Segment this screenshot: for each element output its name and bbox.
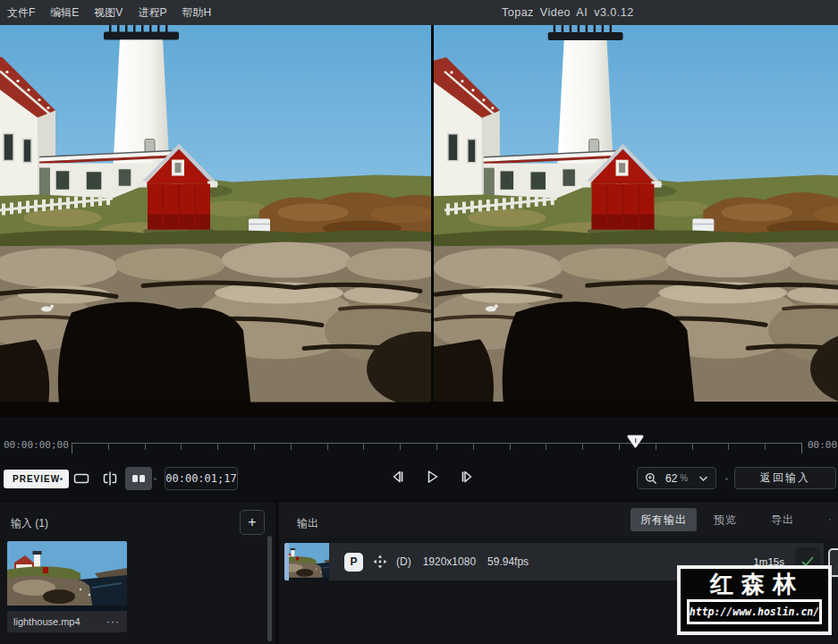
- input-panel-title: 输入 (1): [11, 516, 48, 531]
- timeline-end-timecode: 00:00:02: [808, 439, 838, 451]
- input-scrollbar[interactable]: [267, 536, 272, 641]
- menu-process[interactable]: 进程P: [138, 5, 166, 21]
- watermark-url-box: http://www.hoslin.cn/: [687, 599, 822, 624]
- output-header: 输出 所有输出 预览 导出: [279, 502, 838, 538]
- input-panel: 输入 (1) + lighthouse.mp4 ···: [0, 502, 275, 644]
- step-back-button[interactable]: [390, 469, 406, 485]
- output-thumbnail: [284, 543, 329, 580]
- preview-pane-original[interactable]: [0, 25, 431, 418]
- output-framerate: 59.94fps: [487, 555, 529, 568]
- step-forward-icon: [459, 469, 475, 485]
- clip-more-button[interactable]: ···: [106, 615, 120, 628]
- output-resolution: 1920x1080: [423, 555, 476, 568]
- timeline: 00:00:00;00 00:00:02: [0, 435, 838, 458]
- timeline-start-timecode: 00:00:00;00: [4, 439, 69, 451]
- menu-help[interactable]: 帮助H: [182, 5, 211, 21]
- view-single-icon: [73, 472, 89, 485]
- output-thumbnail-image: [289, 543, 329, 580]
- separator-dot: [154, 478, 157, 480]
- menu-view[interactable]: 视图V: [94, 5, 123, 21]
- magnifier-icon: [645, 472, 657, 485]
- tab-export[interactable]: 导出: [754, 508, 811, 531]
- watermark-overlay: 红森林 http://www.hoslin.cn/: [677, 565, 832, 635]
- play-icon: [426, 469, 439, 485]
- menu-bar: 文件F 编辑E 视图V 进程P 帮助H Topaz Video AI v3.0.…: [0, 0, 838, 25]
- zoom-level-value: 62: [665, 472, 677, 485]
- watermark-url: http://www.hoslin.cn/: [690, 606, 819, 618]
- return-to-input-button[interactable]: 返回输入: [734, 467, 836, 489]
- window-title: Topaz Video AI v3.0.12: [502, 6, 634, 19]
- zoom-control[interactable]: 62 %: [637, 467, 716, 489]
- watermark-title: 红森林: [681, 569, 828, 599]
- separator-dot: [725, 478, 728, 480]
- lighthouse-frame-original: [0, 25, 431, 418]
- clip-filename: lighthouse.mp4: [13, 616, 106, 627]
- view-side-by-side-icon: [131, 472, 147, 485]
- timeline-ruler[interactable]: [72, 443, 802, 453]
- view-side-by-side-button[interactable]: [125, 467, 152, 490]
- lighthouse-frame-enhanced: [434, 25, 838, 418]
- step-forward-button[interactable]: [459, 469, 475, 485]
- enhance-icon: [373, 555, 387, 569]
- topaz-video-ai-window: 文件F 编辑E 视图V 进程P 帮助H Topaz Video AI v3.0.…: [0, 0, 838, 644]
- tab-preview[interactable]: 预览: [697, 508, 754, 531]
- playhead-marker[interactable]: [627, 435, 644, 449]
- view-split-button[interactable]: [97, 467, 123, 490]
- step-back-icon: [390, 469, 406, 485]
- transport-bar: PREVIEW 00:0: [0, 463, 838, 496]
- current-timecode-field[interactable]: 00:00:01;17: [165, 467, 238, 490]
- tab-all-outputs[interactable]: 所有输出: [631, 508, 697, 531]
- output-tabs: 所有输出 预览 导出: [631, 508, 811, 531]
- output-panel-title: 输出: [297, 516, 318, 531]
- chevron-down-icon: [698, 475, 708, 482]
- input-clip-card[interactable]: lighthouse.mp4 ···: [7, 541, 127, 632]
- zoom-percent-sign: %: [680, 473, 688, 483]
- add-input-button[interactable]: +: [240, 510, 265, 535]
- output-flag: (D): [396, 555, 411, 568]
- play-button[interactable]: [426, 469, 439, 485]
- menu-file[interactable]: 文件F: [7, 5, 35, 21]
- playback-controls: [390, 469, 475, 485]
- separator-dot: [60, 478, 63, 480]
- input-clip-thumbnail: [7, 541, 127, 611]
- preview-pane-enhanced[interactable]: [434, 25, 838, 418]
- preview-badge: P: [344, 553, 363, 572]
- separator-dot: [829, 519, 831, 521]
- view-split-icon: [102, 471, 118, 486]
- preview-area: [0, 25, 838, 418]
- view-single-button[interactable]: [68, 467, 95, 490]
- view-mode-group: [68, 467, 152, 490]
- menu-edit[interactable]: 编辑E: [50, 5, 79, 21]
- clip-name-row: lighthouse.mp4 ···: [7, 611, 127, 632]
